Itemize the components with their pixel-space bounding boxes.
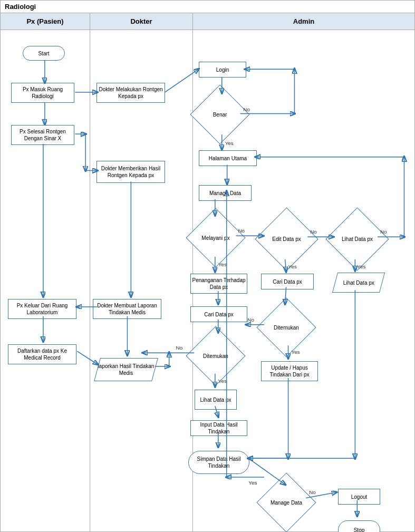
lane-dokter — [90, 30, 193, 531]
lihat-data-2-shape: Lihat Data px — [332, 273, 385, 293]
edit-data-wrapper: Edit Data px — [264, 217, 309, 262]
benar-wrapper: Benar — [199, 93, 241, 136]
dokter-laporan-shape: Dokter Membuat Laporan Tindakan Medis — [93, 299, 161, 319]
manage-data-2-wrapper: Manage Data — [265, 481, 307, 524]
lihat-data-1-shape: Lihat Data px — [195, 390, 237, 410]
cari-data-2-shape: Cari Data px — [261, 274, 314, 289]
melayani-wrapper: Melayani px — [195, 217, 237, 259]
stop-shape: Stop — [338, 520, 380, 532]
halaman-utama-shape: Halaman Utama — [199, 150, 257, 166]
manage-data-shape: Manage Data — [199, 185, 252, 201]
dokter-rontgen-shape: Dokter Melakukan Rontgen Kepada px — [96, 83, 165, 103]
px-selesai-shape: Px Selesai Rontgen Dengan Sinar X — [11, 125, 74, 145]
ditemukan-1-wrapper: Ditemukan — [195, 335, 237, 377]
laporkan-shape: laporkan Hasil Tindakan Medis — [94, 358, 158, 381]
px-masuk-shape: Px Masuk Ruang Radiologi — [11, 83, 74, 103]
login-shape: Login — [199, 62, 246, 78]
input-data-shape: Input Data Hasil Tindakan — [190, 420, 247, 436]
col-pasien-header: Px (Pasien) — [1, 13, 90, 30]
px-keluar-shape: Px Keluar Dari Ruang Laboratorium — [8, 299, 76, 319]
title-bar: Radiologi — [1, 1, 414, 13]
start-shape: Start — [23, 46, 65, 61]
cari-data-1-shape: Cari Data px — [190, 306, 247, 322]
penanganan-shape: Penanganan Terhadap Data px — [190, 274, 247, 294]
lihat-data-px-wrapper: Lihat Data px — [335, 217, 380, 262]
col-dokter-header: Dokter — [90, 13, 193, 30]
ditemukan-2-wrapper: Ditemukan — [265, 306, 307, 349]
daftarkan-shape: Daftarkan data px Ke Medical Record — [8, 344, 76, 364]
dokter-hasil-shape: Dokter Memberikan Hasil Rontgen Kepada p… — [96, 161, 165, 183]
col-admin-header: Admin — [193, 13, 414, 30]
main-container: Radiologi Px (Pasien) Dokter Admin Start… — [0, 0, 415, 532]
lane-pasien — [1, 30, 90, 531]
update-hapus-shape: Update / Hapus Tindakan Dari px — [261, 361, 318, 381]
logout-shape: Logout — [338, 489, 380, 505]
title: Radiologi — [5, 3, 36, 11]
diagram-area: Start Px Masuk Ruang Radiologi Dokter Me… — [1, 30, 414, 531]
simpan-data-shape: Simpan Data Hasil Tindakan — [188, 451, 249, 474]
columns-header: Px (Pasien) Dokter Admin — [1, 13, 414, 30]
